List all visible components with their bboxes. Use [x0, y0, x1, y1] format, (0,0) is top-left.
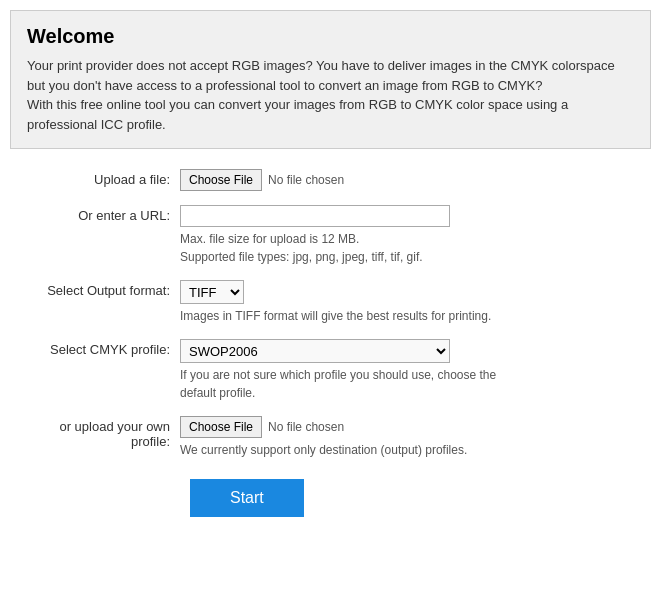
welcome-section: Welcome Your print provider does not acc… [10, 10, 651, 149]
own-profile-choose-file-button[interactable]: Choose File [180, 416, 262, 438]
cmyk-profile-select[interactable]: SWOP2006 ISO Coated v2 ISO Uncoated Fogr… [180, 339, 450, 363]
output-format-content: TIFF JPEG PNG Images in TIFF format will… [180, 280, 641, 325]
output-format-row: Select Output format: TIFF JPEG PNG Imag… [20, 280, 641, 325]
output-format-select[interactable]: TIFF JPEG PNG [180, 280, 244, 304]
start-button[interactable]: Start [190, 479, 304, 517]
url-hint-line2: Supported file types: jpg, png, jpeg, ti… [180, 248, 641, 266]
url-label: Or enter a URL: [20, 205, 180, 223]
cmyk-profile-label: Select CMYK profile: [20, 339, 180, 357]
own-profile-label: or upload your ownprofile: [20, 416, 180, 449]
welcome-description: Your print provider does not accept RGB … [27, 56, 634, 134]
start-row: Start [20, 473, 641, 517]
own-profile-no-file-text: No file chosen [268, 420, 344, 434]
cmyk-hint: If you are not sure which profile you sh… [180, 366, 641, 402]
url-content: Max. file size for upload is 12 MB. Supp… [180, 205, 641, 266]
upload-choose-file-button[interactable]: Choose File [180, 169, 262, 191]
cmyk-profile-content: SWOP2006 ISO Coated v2 ISO Uncoated Fogr… [180, 339, 641, 402]
own-profile-content: Choose File No file chosen We currently … [180, 416, 641, 459]
form-area: Upload a file: Choose File No file chose… [10, 169, 651, 517]
welcome-title: Welcome [27, 25, 634, 48]
upload-no-file-text: No file chosen [268, 173, 344, 187]
url-hint: Max. file size for upload is 12 MB. Supp… [180, 230, 641, 266]
upload-content: Choose File No file chosen [180, 169, 641, 191]
cmyk-profile-row: Select CMYK profile: SWOP2006 ISO Coated… [20, 339, 641, 402]
output-hint: Images in TIFF format will give the best… [180, 307, 641, 325]
output-format-label: Select Output format: [20, 280, 180, 298]
upload-label: Upload a file: [20, 169, 180, 187]
own-profile-hint: We currently support only destination (o… [180, 441, 641, 459]
cmyk-hint-line1: If you are not sure which profile you sh… [180, 366, 641, 384]
upload-file-wrapper: Choose File No file chosen [180, 169, 641, 191]
url-input[interactable] [180, 205, 450, 227]
url-row: Or enter a URL: Max. file size for uploa… [20, 205, 641, 266]
own-profile-file-wrapper: Choose File No file chosen [180, 416, 641, 438]
url-hint-line1: Max. file size for upload is 12 MB. [180, 230, 641, 248]
upload-file-row: Upload a file: Choose File No file chose… [20, 169, 641, 191]
cmyk-hint-line2: default profile. [180, 384, 641, 402]
own-profile-row: or upload your ownprofile: Choose File N… [20, 416, 641, 459]
